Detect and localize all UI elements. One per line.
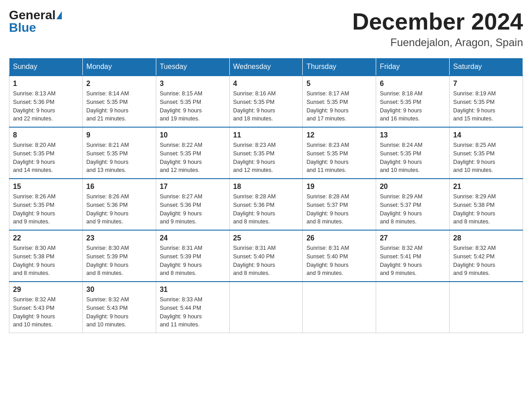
day-info: Sunrise: 8:15 AMSunset: 5:35 PMDaylight:… <box>160 90 226 123</box>
title-section: December 2024 Fuendejalon, Aragon, Spain <box>352 9 523 49</box>
calendar-cell: 25Sunrise: 8:31 AMSunset: 5:40 PMDayligh… <box>229 230 303 282</box>
day-number: 3 <box>160 80 226 88</box>
day-number: 29 <box>13 286 79 294</box>
day-info: Sunrise: 8:24 AMSunset: 5:35 PMDaylight:… <box>380 141 446 175</box>
calendar-cell: 13Sunrise: 8:24 AMSunset: 5:35 PMDayligh… <box>376 127 450 179</box>
calendar-cell: 15Sunrise: 8:26 AMSunset: 5:35 PMDayligh… <box>9 179 83 230</box>
day-info: Sunrise: 8:31 AMSunset: 5:40 PMDaylight:… <box>233 244 299 278</box>
day-info: Sunrise: 8:32 AMSunset: 5:43 PMDaylight:… <box>86 295 152 329</box>
calendar-cell: 5Sunrise: 8:17 AMSunset: 5:35 PMDaylight… <box>303 76 376 127</box>
day-number: 10 <box>160 131 226 139</box>
day-info: Sunrise: 8:26 AMSunset: 5:35 PMDaylight:… <box>13 193 79 226</box>
calendar-cell: 28Sunrise: 8:32 AMSunset: 5:42 PMDayligh… <box>450 230 523 282</box>
week-row-2: 8Sunrise: 8:20 AMSunset: 5:35 PMDaylight… <box>9 127 523 179</box>
calendar-cell: 31Sunrise: 8:33 AMSunset: 5:44 PMDayligh… <box>156 282 229 333</box>
day-info: Sunrise: 8:26 AMSunset: 5:36 PMDaylight:… <box>86 193 152 226</box>
calendar-cell <box>229 282 303 333</box>
calendar-cell: 24Sunrise: 8:31 AMSunset: 5:39 PMDayligh… <box>156 230 229 282</box>
calendar-cell: 19Sunrise: 8:28 AMSunset: 5:37 PMDayligh… <box>303 179 376 230</box>
day-number: 2 <box>86 80 152 88</box>
logo-general-text: General <box>9 9 56 21</box>
calendar-cell: 18Sunrise: 8:28 AMSunset: 5:36 PMDayligh… <box>229 179 303 230</box>
day-number: 20 <box>380 183 446 191</box>
day-number: 27 <box>380 234 446 242</box>
day-info: Sunrise: 8:20 AMSunset: 5:35 PMDaylight:… <box>13 141 79 175</box>
day-info: Sunrise: 8:29 AMSunset: 5:38 PMDaylight:… <box>453 193 519 226</box>
day-info: Sunrise: 8:30 AMSunset: 5:38 PMDaylight:… <box>13 244 79 278</box>
day-number: 15 <box>13 183 79 191</box>
day-number: 14 <box>453 131 519 139</box>
day-info: Sunrise: 8:16 AMSunset: 5:35 PMDaylight:… <box>233 90 299 123</box>
day-number: 30 <box>86 286 152 294</box>
calendar-cell <box>303 282 376 333</box>
day-info: Sunrise: 8:25 AMSunset: 5:35 PMDaylight:… <box>453 141 519 175</box>
day-info: Sunrise: 8:14 AMSunset: 5:35 PMDaylight:… <box>86 90 152 123</box>
page-header: General Blue December 2024 Fuendejalon, … <box>9 9 523 49</box>
week-row-4: 22Sunrise: 8:30 AMSunset: 5:38 PMDayligh… <box>9 230 523 282</box>
calendar-cell: 7Sunrise: 8:19 AMSunset: 5:35 PMDaylight… <box>450 76 523 127</box>
day-info: Sunrise: 8:32 AMSunset: 5:43 PMDaylight:… <box>13 295 79 329</box>
day-number: 21 <box>453 183 519 191</box>
day-number: 25 <box>233 234 299 242</box>
calendar-cell: 3Sunrise: 8:15 AMSunset: 5:35 PMDaylight… <box>156 76 229 127</box>
day-number: 18 <box>233 183 299 191</box>
calendar-cell: 11Sunrise: 8:23 AMSunset: 5:35 PMDayligh… <box>229 127 303 179</box>
day-info: Sunrise: 8:29 AMSunset: 5:37 PMDaylight:… <box>380 193 446 226</box>
logo-triangle-icon <box>56 11 62 19</box>
day-info: Sunrise: 8:22 AMSunset: 5:35 PMDaylight:… <box>160 141 226 175</box>
calendar-cell: 23Sunrise: 8:30 AMSunset: 5:39 PMDayligh… <box>82 230 156 282</box>
week-row-3: 15Sunrise: 8:26 AMSunset: 5:35 PMDayligh… <box>9 179 523 230</box>
day-number: 13 <box>380 131 446 139</box>
weekday-header-thursday: Thursday <box>303 58 376 76</box>
calendar-cell: 1Sunrise: 8:13 AMSunset: 5:36 PMDaylight… <box>9 76 83 127</box>
day-number: 24 <box>160 234 226 242</box>
day-number: 17 <box>160 183 226 191</box>
day-info: Sunrise: 8:27 AMSunset: 5:36 PMDaylight:… <box>160 193 226 226</box>
calendar-cell: 2Sunrise: 8:14 AMSunset: 5:35 PMDaylight… <box>82 76 156 127</box>
calendar-cell: 21Sunrise: 8:29 AMSunset: 5:38 PMDayligh… <box>450 179 523 230</box>
day-info: Sunrise: 8:31 AMSunset: 5:40 PMDaylight:… <box>306 244 372 278</box>
calendar-cell: 4Sunrise: 8:16 AMSunset: 5:35 PMDaylight… <box>229 76 303 127</box>
calendar-cell: 10Sunrise: 8:22 AMSunset: 5:35 PMDayligh… <box>156 127 229 179</box>
day-number: 19 <box>306 183 372 191</box>
day-info: Sunrise: 8:32 AMSunset: 5:41 PMDaylight:… <box>380 244 446 278</box>
week-row-1: 1Sunrise: 8:13 AMSunset: 5:36 PMDaylight… <box>9 76 523 127</box>
logo: General Blue <box>9 9 62 34</box>
day-info: Sunrise: 8:23 AMSunset: 5:35 PMDaylight:… <box>233 141 299 175</box>
week-row-5: 29Sunrise: 8:32 AMSunset: 5:43 PMDayligh… <box>9 282 523 333</box>
day-info: Sunrise: 8:32 AMSunset: 5:42 PMDaylight:… <box>453 244 519 278</box>
day-info: Sunrise: 8:23 AMSunset: 5:35 PMDaylight:… <box>306 141 372 175</box>
calendar-cell <box>450 282 523 333</box>
calendar-cell: 20Sunrise: 8:29 AMSunset: 5:37 PMDayligh… <box>376 179 450 230</box>
day-number: 28 <box>453 234 519 242</box>
day-info: Sunrise: 8:28 AMSunset: 5:36 PMDaylight:… <box>233 193 299 226</box>
month-title: December 2024 <box>352 9 523 34</box>
day-info: Sunrise: 8:31 AMSunset: 5:39 PMDaylight:… <box>160 244 226 278</box>
weekday-header-sunday: Sunday <box>9 58 83 76</box>
day-info: Sunrise: 8:33 AMSunset: 5:44 PMDaylight:… <box>160 295 226 329</box>
day-number: 7 <box>453 80 519 88</box>
day-number: 4 <box>233 80 299 88</box>
day-number: 9 <box>86 131 152 139</box>
day-number: 31 <box>160 286 226 294</box>
weekday-header-monday: Monday <box>82 58 156 76</box>
calendar-cell <box>376 282 450 333</box>
day-number: 5 <box>306 80 372 88</box>
calendar-cell: 17Sunrise: 8:27 AMSunset: 5:36 PMDayligh… <box>156 179 229 230</box>
calendar-cell: 14Sunrise: 8:25 AMSunset: 5:35 PMDayligh… <box>450 127 523 179</box>
day-number: 8 <box>13 131 79 139</box>
calendar-cell: 6Sunrise: 8:18 AMSunset: 5:35 PMDaylight… <box>376 76 450 127</box>
calendar-table: SundayMondayTuesdayWednesdayThursdayFrid… <box>9 58 523 333</box>
day-number: 12 <box>306 131 372 139</box>
day-info: Sunrise: 8:28 AMSunset: 5:37 PMDaylight:… <box>306 193 372 226</box>
location-title: Fuendejalon, Aragon, Spain <box>352 36 523 49</box>
calendar-cell: 16Sunrise: 8:26 AMSunset: 5:36 PMDayligh… <box>82 179 156 230</box>
calendar-cell: 8Sunrise: 8:20 AMSunset: 5:35 PMDaylight… <box>9 127 83 179</box>
day-info: Sunrise: 8:17 AMSunset: 5:35 PMDaylight:… <box>306 90 372 123</box>
calendar-cell: 29Sunrise: 8:32 AMSunset: 5:43 PMDayligh… <box>9 282 83 333</box>
weekday-header-saturday: Saturday <box>450 58 523 76</box>
day-info: Sunrise: 8:30 AMSunset: 5:39 PMDaylight:… <box>86 244 152 278</box>
weekday-header-tuesday: Tuesday <box>156 58 229 76</box>
day-number: 22 <box>13 234 79 242</box>
day-number: 11 <box>233 131 299 139</box>
